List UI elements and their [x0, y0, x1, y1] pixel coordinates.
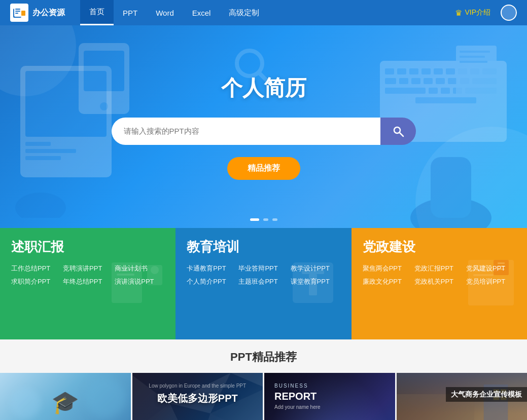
search-button[interactable] [380, 118, 416, 145]
card4-main-text: 大气商务企业宣传模板 [451, 390, 522, 398]
featured-button[interactable]: 精品推荐 [227, 157, 300, 180]
city-skyline [264, 416, 395, 420]
cat-link-work-summary[interactable]: 工作总结PPT [11, 264, 61, 273]
card2-main-text: 欧美低多边形PPT [132, 392, 263, 405]
svg-rect-14 [397, 68, 406, 74]
logo-icon [10, 4, 28, 22]
watercolor-blob-2 [10, 388, 41, 418]
svg-rect-24 [411, 78, 420, 84]
graduation-cap-icon: 🎓 [50, 387, 81, 417]
svg-rect-17 [434, 68, 443, 74]
svg-rect-10 [25, 156, 61, 160]
cat-link-graduation[interactable]: 毕业答辩PPT [238, 264, 288, 273]
svg-rect-37 [460, 51, 490, 53]
dot-1[interactable] [250, 218, 259, 221]
hero-banner: 个人简历 精品推荐 [0, 25, 527, 228]
cat-link-gov[interactable]: 党政机关PPT [414, 277, 464, 286]
cat-link-integrity[interactable]: 廉政文化PPT [363, 277, 412, 286]
nav-links: 首页 PPT Word Excel 高级定制 [80, 0, 268, 25]
category-report-links: 工作总结PPT 竞聘演讲PPT 商业计划书 求职简介PPT 年终总结PPT 演讲… [11, 264, 164, 286]
ppt-card-2[interactable]: Low polygon in Europe and the simple PPT… [132, 373, 263, 420]
svg-rect-2 [15, 9, 20, 10]
search-bar [112, 118, 416, 145]
cat-link-training[interactable]: 党员培训PPT [466, 277, 516, 286]
crown-icon: ♛ [455, 8, 462, 18]
cat-link-speech[interactable]: 竞聘演讲PPT [63, 264, 113, 273]
svg-rect-39 [460, 61, 487, 63]
svg-rect-25 [424, 78, 433, 84]
svg-rect-26 [436, 78, 445, 84]
svg-rect-35 [415, 97, 476, 103]
nav-excel[interactable]: Excel [183, 0, 220, 25]
card3-main-text: REPORT [274, 391, 385, 402]
ppt-card-3[interactable]: BUSINESS REPORT Add your name here [264, 373, 395, 420]
watercolor-blob-1 [85, 378, 126, 418]
search-input[interactable] [112, 118, 380, 145]
svg-rect-36 [456, 46, 497, 96]
category-education-links: 卡通教育PPT 毕业答辩PPT 教学设计PPT 个人简介PPT 主题班会PPT … [187, 264, 340, 286]
svg-rect-13 [385, 68, 394, 74]
cat-link-party-style[interactable]: 党风建设PPT [466, 264, 516, 273]
dot-2[interactable] [263, 218, 268, 221]
hero-title: 个人简历 [221, 74, 306, 102]
svg-rect-4 [15, 13, 18, 14]
hero-carousel-dots [250, 218, 277, 221]
cat-link-congress[interactable]: 聚焦两会PPT [363, 264, 412, 273]
svg-rect-15 [409, 68, 418, 74]
cat-link-party-report[interactable]: 党政汇报PPT [414, 264, 464, 273]
cat-link-theme[interactable]: 主题班会PPT [238, 277, 288, 286]
svg-rect-5 [21, 11, 25, 16]
svg-rect-22 [385, 78, 396, 84]
category-education-title: 教育培训 [187, 238, 340, 256]
card3-eyebrow: BUSINESS [274, 383, 385, 389]
svg-rect-41 [84, 51, 124, 91]
logo-text: 办公资源 [32, 8, 65, 18]
categories-section: 述职汇报 工作总结PPT 竞聘演讲PPT 商业计划书 求职简介PPT 年终总结P… [0, 228, 527, 339]
svg-rect-32 [441, 88, 450, 94]
cat-link-teaching[interactable]: 教学设计PPT [291, 264, 340, 273]
vip-button[interactable]: ♛ VIP介绍 [455, 8, 490, 18]
category-education: 教育培训 卡通教育PPT 毕业答辩PPT 教学设计PPT 个人简介PPT 主题班… [175, 228, 351, 339]
svg-rect-31 [429, 88, 438, 94]
svg-point-11 [15, 193, 66, 218]
nav-word[interactable]: Word [147, 0, 183, 25]
nav-custom[interactable]: 高级定制 [220, 0, 268, 25]
nav-ppt[interactable]: PPT [114, 0, 147, 25]
svg-rect-38 [460, 56, 485, 58]
vip-label: VIP介绍 [465, 8, 490, 17]
ppt-section: PPT精品推荐 🎓 水彩风毕业论文答辩模板 汇报人:办公资源 日期: XXXX年… [0, 339, 527, 420]
cat-link-speech2[interactable]: 演讲演说PPT [115, 277, 164, 286]
cat-link-bizplan[interactable]: 商业计划书 [115, 264, 164, 273]
category-report-title: 述职汇报 [11, 238, 164, 256]
category-party: 党政建设 聚焦两会PPT 党政汇报PPT 党风建设PPT 廉政文化PPT 党政机… [352, 228, 527, 339]
card4-title-box: 大气商务企业宣传模板 [446, 387, 527, 402]
svg-rect-27 [448, 78, 457, 84]
category-party-title: 党政建设 [363, 238, 516, 256]
site-logo[interactable]: 办公资源 [10, 4, 65, 22]
card2-content: Low polygon in Europe and the simple PPT… [132, 383, 263, 405]
hero-deco-hand [405, 127, 497, 228]
ppt-card-4[interactable]: 大气商务企业宣传模板 适用于活动策划/外宣/企业宣传/项目汇报书 图片人:办公资… [397, 373, 528, 420]
cat-link-cartoon-edu[interactable]: 卡通教育PPT [187, 264, 236, 273]
card2-subtitle: Low polygon in Europe and the simple PPT [132, 383, 263, 389]
category-report: 述职汇报 工作总结PPT 竞聘演讲PPT 商业计划书 求职简介PPT 年终总结P… [0, 228, 175, 339]
svg-line-48 [400, 133, 403, 136]
svg-rect-9 [25, 149, 76, 153]
hero-deco-tablet [76, 41, 132, 117]
cat-link-yearend[interactable]: 年终总结PPT [63, 277, 113, 286]
ppt-card-1[interactable]: 🎓 水彩风毕业论文答辩模板 汇报人:办公资源 日期: XXXX年XX月XX日 [0, 373, 131, 420]
card3-subtitle: Add your name here [274, 404, 385, 410]
search-icon [392, 125, 404, 137]
cat-link-resume[interactable]: 求职简介PPT [11, 277, 61, 286]
svg-rect-16 [421, 68, 431, 74]
cat-link-class[interactable]: 课堂教育PPT [291, 277, 340, 286]
dot-3[interactable] [272, 218, 277, 221]
cat-link-intro[interactable]: 个人简介PPT [187, 277, 236, 286]
svg-rect-18 [446, 68, 455, 74]
svg-rect-46 [431, 157, 471, 218]
svg-rect-8 [25, 142, 51, 146]
user-avatar[interactable] [501, 5, 517, 21]
ppt-grid: 🎓 水彩风毕业论文答辩模板 汇报人:办公资源 日期: XXXX年XX月XX日 [0, 373, 527, 420]
nav-home[interactable]: 首页 [80, 0, 114, 25]
navbar: 办公资源 首页 PPT Word Excel 高级定制 ♛ VIP介绍 [0, 0, 527, 25]
